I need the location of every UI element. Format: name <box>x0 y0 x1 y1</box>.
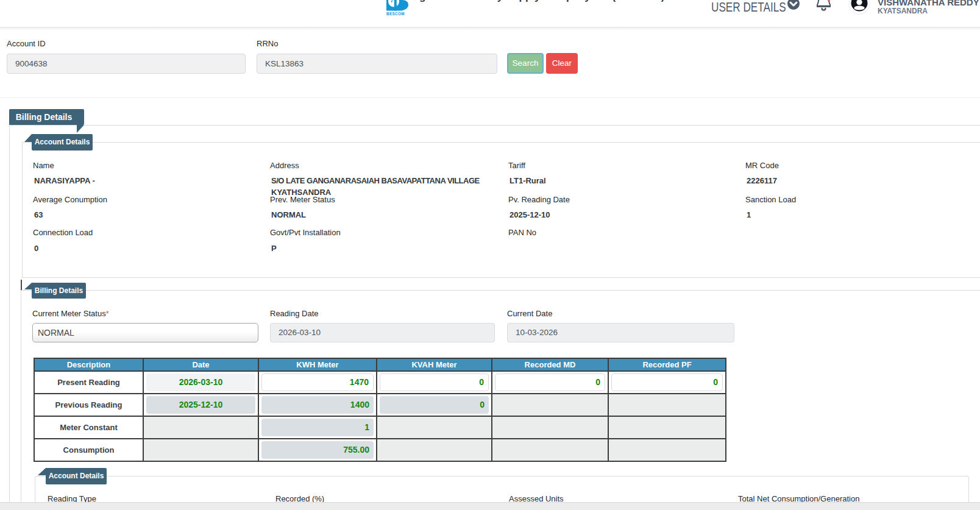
svg-text:BESCOM: BESCOM <box>386 12 405 16</box>
